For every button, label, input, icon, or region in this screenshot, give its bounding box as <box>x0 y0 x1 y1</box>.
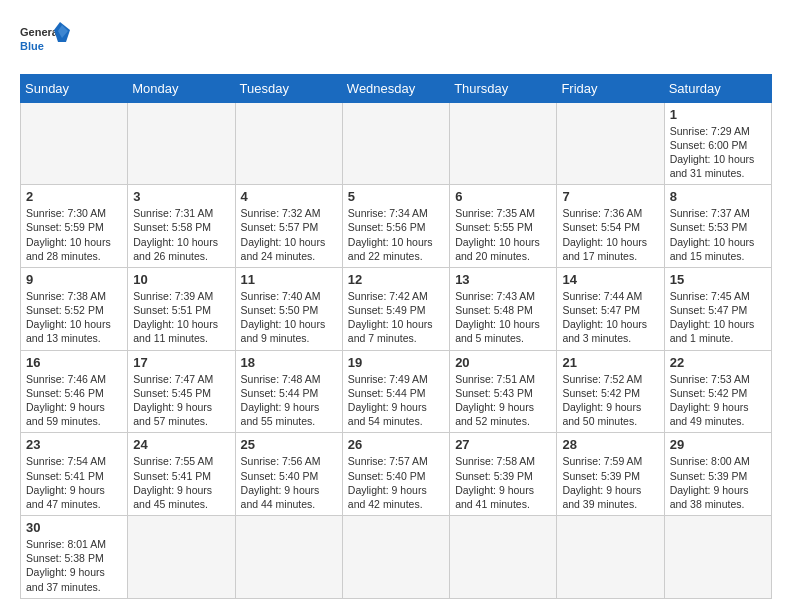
day-number: 23 <box>26 437 122 452</box>
day-number: 6 <box>455 189 551 204</box>
calendar-cell: 19Sunrise: 7:49 AM Sunset: 5:44 PM Dayli… <box>342 350 449 433</box>
calendar-cell: 12Sunrise: 7:42 AM Sunset: 5:49 PM Dayli… <box>342 267 449 350</box>
calendar-cell <box>128 102 235 185</box>
day-info: Sunrise: 7:46 AM Sunset: 5:46 PM Dayligh… <box>26 372 122 429</box>
day-number: 27 <box>455 437 551 452</box>
logo-text-block: General Blue <box>20 20 70 64</box>
day-number: 8 <box>670 189 766 204</box>
day-number: 30 <box>26 520 122 535</box>
day-info: Sunrise: 7:43 AM Sunset: 5:48 PM Dayligh… <box>455 289 551 346</box>
day-number: 29 <box>670 437 766 452</box>
calendar-cell: 29Sunrise: 8:00 AM Sunset: 5:39 PM Dayli… <box>664 433 771 516</box>
day-number: 1 <box>670 107 766 122</box>
day-of-week-header: Wednesday <box>342 74 449 102</box>
calendar-cell: 13Sunrise: 7:43 AM Sunset: 5:48 PM Dayli… <box>450 267 557 350</box>
day-info: Sunrise: 7:49 AM Sunset: 5:44 PM Dayligh… <box>348 372 444 429</box>
day-info: Sunrise: 7:57 AM Sunset: 5:40 PM Dayligh… <box>348 454 444 511</box>
day-info: Sunrise: 7:37 AM Sunset: 5:53 PM Dayligh… <box>670 206 766 263</box>
calendar-cell <box>557 516 664 599</box>
calendar-cell: 18Sunrise: 7:48 AM Sunset: 5:44 PM Dayli… <box>235 350 342 433</box>
day-info: Sunrise: 7:35 AM Sunset: 5:55 PM Dayligh… <box>455 206 551 263</box>
day-info: Sunrise: 8:01 AM Sunset: 5:38 PM Dayligh… <box>26 537 122 594</box>
day-of-week-header: Tuesday <box>235 74 342 102</box>
day-info: Sunrise: 7:51 AM Sunset: 5:43 PM Dayligh… <box>455 372 551 429</box>
calendar-cell <box>21 102 128 185</box>
calendar-cell <box>235 102 342 185</box>
calendar-cell: 22Sunrise: 7:53 AM Sunset: 5:42 PM Dayli… <box>664 350 771 433</box>
day-info: Sunrise: 7:42 AM Sunset: 5:49 PM Dayligh… <box>348 289 444 346</box>
calendar-cell: 11Sunrise: 7:40 AM Sunset: 5:50 PM Dayli… <box>235 267 342 350</box>
calendar-cell <box>450 516 557 599</box>
day-info: Sunrise: 7:55 AM Sunset: 5:41 PM Dayligh… <box>133 454 229 511</box>
calendar-cell: 27Sunrise: 7:58 AM Sunset: 5:39 PM Dayli… <box>450 433 557 516</box>
calendar-cell: 5Sunrise: 7:34 AM Sunset: 5:56 PM Daylig… <box>342 185 449 268</box>
calendar-cell: 3Sunrise: 7:31 AM Sunset: 5:58 PM Daylig… <box>128 185 235 268</box>
day-number: 19 <box>348 355 444 370</box>
calendar-cell: 26Sunrise: 7:57 AM Sunset: 5:40 PM Dayli… <box>342 433 449 516</box>
day-of-week-header: Saturday <box>664 74 771 102</box>
day-info: Sunrise: 7:56 AM Sunset: 5:40 PM Dayligh… <box>241 454 337 511</box>
calendar-cell <box>235 516 342 599</box>
day-number: 12 <box>348 272 444 287</box>
day-info: Sunrise: 7:48 AM Sunset: 5:44 PM Dayligh… <box>241 372 337 429</box>
day-info: Sunrise: 7:39 AM Sunset: 5:51 PM Dayligh… <box>133 289 229 346</box>
calendar-cell: 7Sunrise: 7:36 AM Sunset: 5:54 PM Daylig… <box>557 185 664 268</box>
calendar-cell: 16Sunrise: 7:46 AM Sunset: 5:46 PM Dayli… <box>21 350 128 433</box>
day-info: Sunrise: 7:54 AM Sunset: 5:41 PM Dayligh… <box>26 454 122 511</box>
day-number: 2 <box>26 189 122 204</box>
calendar-week-row: 23Sunrise: 7:54 AM Sunset: 5:41 PM Dayli… <box>21 433 772 516</box>
day-info: Sunrise: 7:52 AM Sunset: 5:42 PM Dayligh… <box>562 372 658 429</box>
calendar-cell: 6Sunrise: 7:35 AM Sunset: 5:55 PM Daylig… <box>450 185 557 268</box>
day-number: 25 <box>241 437 337 452</box>
day-info: Sunrise: 7:45 AM Sunset: 5:47 PM Dayligh… <box>670 289 766 346</box>
day-info: Sunrise: 7:34 AM Sunset: 5:56 PM Dayligh… <box>348 206 444 263</box>
calendar-cell: 28Sunrise: 7:59 AM Sunset: 5:39 PM Dayli… <box>557 433 664 516</box>
day-number: 17 <box>133 355 229 370</box>
calendar-cell <box>664 516 771 599</box>
calendar-cell: 20Sunrise: 7:51 AM Sunset: 5:43 PM Dayli… <box>450 350 557 433</box>
calendar-header-row: SundayMondayTuesdayWednesdayThursdayFrid… <box>21 74 772 102</box>
day-number: 13 <box>455 272 551 287</box>
day-info: Sunrise: 7:53 AM Sunset: 5:42 PM Dayligh… <box>670 372 766 429</box>
calendar-cell: 24Sunrise: 7:55 AM Sunset: 5:41 PM Dayli… <box>128 433 235 516</box>
calendar-cell: 1Sunrise: 7:29 AM Sunset: 6:00 PM Daylig… <box>664 102 771 185</box>
calendar-cell: 23Sunrise: 7:54 AM Sunset: 5:41 PM Dayli… <box>21 433 128 516</box>
calendar-cell: 8Sunrise: 7:37 AM Sunset: 5:53 PM Daylig… <box>664 185 771 268</box>
day-of-week-header: Thursday <box>450 74 557 102</box>
logo-svg: General Blue <box>20 20 70 60</box>
calendar-cell <box>342 516 449 599</box>
day-number: 18 <box>241 355 337 370</box>
day-of-week-header: Sunday <box>21 74 128 102</box>
day-number: 20 <box>455 355 551 370</box>
calendar-cell <box>557 102 664 185</box>
calendar-cell <box>342 102 449 185</box>
day-info: Sunrise: 7:29 AM Sunset: 6:00 PM Dayligh… <box>670 124 766 181</box>
calendar-cell: 2Sunrise: 7:30 AM Sunset: 5:59 PM Daylig… <box>21 185 128 268</box>
calendar-week-row: 16Sunrise: 7:46 AM Sunset: 5:46 PM Dayli… <box>21 350 772 433</box>
day-number: 7 <box>562 189 658 204</box>
day-info: Sunrise: 7:59 AM Sunset: 5:39 PM Dayligh… <box>562 454 658 511</box>
calendar-cell: 21Sunrise: 7:52 AM Sunset: 5:42 PM Dayli… <box>557 350 664 433</box>
day-info: Sunrise: 7:36 AM Sunset: 5:54 PM Dayligh… <box>562 206 658 263</box>
day-number: 16 <box>26 355 122 370</box>
day-number: 15 <box>670 272 766 287</box>
calendar-week-row: 2Sunrise: 7:30 AM Sunset: 5:59 PM Daylig… <box>21 185 772 268</box>
day-number: 11 <box>241 272 337 287</box>
day-number: 21 <box>562 355 658 370</box>
calendar-cell: 14Sunrise: 7:44 AM Sunset: 5:47 PM Dayli… <box>557 267 664 350</box>
calendar-cell: 4Sunrise: 7:32 AM Sunset: 5:57 PM Daylig… <box>235 185 342 268</box>
calendar-cell: 25Sunrise: 7:56 AM Sunset: 5:40 PM Dayli… <box>235 433 342 516</box>
day-info: Sunrise: 7:58 AM Sunset: 5:39 PM Dayligh… <box>455 454 551 511</box>
svg-text:Blue: Blue <box>20 40 44 52</box>
day-number: 10 <box>133 272 229 287</box>
day-number: 4 <box>241 189 337 204</box>
day-of-week-header: Friday <box>557 74 664 102</box>
calendar-cell: 9Sunrise: 7:38 AM Sunset: 5:52 PM Daylig… <box>21 267 128 350</box>
day-info: Sunrise: 7:32 AM Sunset: 5:57 PM Dayligh… <box>241 206 337 263</box>
day-info: Sunrise: 7:31 AM Sunset: 5:58 PM Dayligh… <box>133 206 229 263</box>
day-number: 5 <box>348 189 444 204</box>
day-info: Sunrise: 8:00 AM Sunset: 5:39 PM Dayligh… <box>670 454 766 511</box>
logo: General Blue <box>20 20 70 64</box>
day-info: Sunrise: 7:40 AM Sunset: 5:50 PM Dayligh… <box>241 289 337 346</box>
calendar-cell: 30Sunrise: 8:01 AM Sunset: 5:38 PM Dayli… <box>21 516 128 599</box>
